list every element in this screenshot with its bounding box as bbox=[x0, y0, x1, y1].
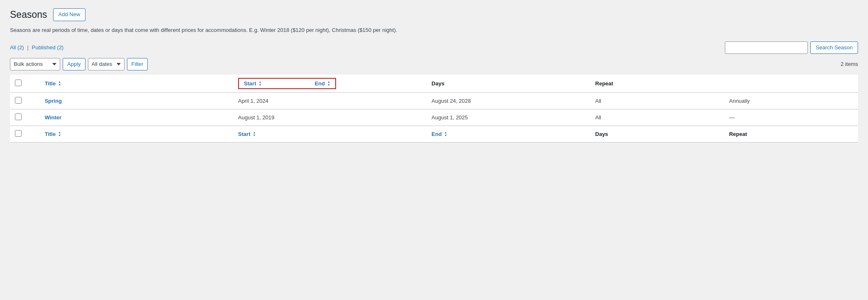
bulk-actions-select[interactable]: Bulk actions Edit Move to Trash bbox=[10, 58, 60, 70]
filter-button[interactable]: Filter bbox=[127, 58, 148, 70]
actions-bar: Bulk actions Edit Move to Trash Apply Al… bbox=[10, 58, 858, 70]
sort-up-start-footer: ▲ bbox=[253, 131, 256, 134]
row-checkbox-1[interactable] bbox=[15, 97, 22, 104]
sort-up-title-footer: ▲ bbox=[58, 131, 61, 134]
row-title-cell-2: Winter bbox=[40, 109, 233, 126]
th-start-label: Start bbox=[244, 80, 256, 87]
sort-start[interactable]: Start ▲ ▼ bbox=[244, 80, 262, 87]
th-start: Start ▲ ▼ End ▲ bbox=[233, 75, 427, 93]
separator: | bbox=[27, 44, 29, 51]
top-bar: All (2) | Published (2) Search Season bbox=[10, 41, 858, 54]
row-title-link-2[interactable]: Winter bbox=[45, 114, 61, 121]
page-title: Seasons bbox=[10, 9, 47, 20]
sort-down-end-footer: ▼ bbox=[444, 134, 447, 137]
table-wrap: Title ▲ ▼ Start ▲ bbox=[10, 75, 858, 143]
sort-up-end: ▲ bbox=[327, 80, 330, 83]
select-all-footer[interactable] bbox=[10, 126, 40, 142]
row-end-cell-1: August 24, 2028 bbox=[427, 92, 590, 109]
sort-arrows-end-footer: ▲ ▼ bbox=[444, 131, 447, 137]
sort-end-footer[interactable]: End ▲ ▼ bbox=[432, 131, 447, 137]
actions-left: Bulk actions Edit Move to Trash Apply Al… bbox=[10, 58, 148, 70]
sort-up-start: ▲ bbox=[258, 80, 261, 83]
th-repeat: Repeat bbox=[590, 75, 724, 93]
row-checkbox-cell bbox=[10, 92, 40, 109]
table-foot-row: Title ▲ ▼ Start ▲ ▼ bbox=[10, 126, 858, 142]
tfoot-days-label: Days bbox=[595, 131, 608, 137]
page-description: Seasons are real periods of time, dates … bbox=[10, 26, 858, 35]
row-repeat-cell-1: Annually bbox=[724, 92, 858, 109]
tfoot-days: Days bbox=[590, 126, 724, 142]
add-new-button[interactable]: Add New bbox=[53, 8, 86, 21]
sort-down-start-footer: ▼ bbox=[253, 134, 256, 137]
tfoot-start: Start ▲ ▼ bbox=[233, 126, 427, 142]
row-days-cell-1: All bbox=[590, 92, 724, 109]
row-checkbox-cell bbox=[10, 109, 40, 126]
page-header: Seasons Add New bbox=[10, 8, 858, 21]
sort-start-footer[interactable]: Start ▲ ▼ bbox=[238, 131, 256, 137]
tfoot-title: Title ▲ ▼ bbox=[40, 126, 233, 142]
status-link-all[interactable]: All (2) bbox=[10, 44, 24, 51]
select-all-footer-checkbox[interactable] bbox=[15, 130, 22, 137]
th-days-label: Days bbox=[432, 80, 444, 87]
seasons-table: Title ▲ ▼ Start ▲ bbox=[10, 75, 858, 143]
table-head: Title ▲ ▼ Start ▲ bbox=[10, 75, 858, 93]
sort-up-title: ▲ bbox=[58, 80, 61, 83]
sort-arrows-title-footer: ▲ ▼ bbox=[58, 131, 61, 137]
th-days: Days bbox=[427, 75, 590, 93]
th-title-label: Title bbox=[45, 80, 56, 87]
table-foot: Title ▲ ▼ Start ▲ ▼ bbox=[10, 126, 858, 142]
sort-arrows-title: ▲ ▼ bbox=[58, 80, 61, 86]
tfoot-repeat: Repeat bbox=[724, 126, 858, 142]
th-end-label: End bbox=[315, 80, 325, 87]
sort-title-footer[interactable]: Title ▲ ▼ bbox=[45, 131, 61, 137]
table-head-row: Title ▲ ▼ Start ▲ bbox=[10, 75, 858, 93]
sort-down-title: ▼ bbox=[58, 83, 61, 86]
sort-arrows-start: ▲ ▼ bbox=[258, 80, 261, 86]
table-row: Spring April 1, 2024 August 24, 2028 All… bbox=[10, 92, 858, 109]
table-row: Winter August 1, 2019 August 1, 2025 All… bbox=[10, 109, 858, 126]
select-all-header[interactable] bbox=[10, 75, 40, 93]
tfoot-title-label: Title bbox=[45, 131, 56, 137]
dates-filter-select[interactable]: All dates bbox=[88, 58, 124, 70]
th-title: Title ▲ ▼ bbox=[40, 75, 233, 93]
select-all-checkbox[interactable] bbox=[15, 80, 22, 86]
sort-title[interactable]: Title ▲ ▼ bbox=[45, 80, 61, 87]
th-repeat-label: Repeat bbox=[595, 80, 613, 87]
sort-down-end: ▼ bbox=[327, 83, 330, 86]
table-body: Spring April 1, 2024 August 24, 2028 All… bbox=[10, 92, 858, 126]
sort-down-title-footer: ▼ bbox=[58, 134, 61, 137]
sort-down-start: ▼ bbox=[258, 83, 261, 86]
tfoot-end: End ▲ ▼ bbox=[427, 126, 590, 142]
sort-end[interactable]: End ▲ ▼ bbox=[315, 80, 330, 87]
sort-arrows-start-footer: ▲ ▼ bbox=[253, 131, 256, 137]
status-link-published[interactable]: Published (2) bbox=[32, 44, 64, 51]
row-title-link-1[interactable]: Spring bbox=[45, 98, 62, 104]
row-end-cell-2: August 1, 2025 bbox=[427, 109, 590, 126]
tfoot-repeat-label: Repeat bbox=[729, 131, 747, 137]
apply-button[interactable]: Apply bbox=[63, 58, 85, 70]
search-area: Search Season bbox=[725, 41, 858, 54]
row-title-cell-1: Spring bbox=[40, 92, 233, 109]
row-start-cell-1: April 1, 2024 bbox=[233, 92, 427, 109]
items-count: 2 items bbox=[841, 61, 858, 67]
tfoot-start-label: Start bbox=[238, 131, 251, 137]
row-repeat-cell-2: — bbox=[724, 109, 858, 126]
tfoot-end-label: End bbox=[432, 131, 442, 137]
search-input[interactable] bbox=[725, 41, 808, 54]
row-start-cell-2: August 1, 2019 bbox=[233, 109, 427, 126]
search-season-button[interactable]: Search Season bbox=[810, 41, 858, 54]
status-links: All (2) | Published (2) bbox=[10, 44, 63, 51]
row-checkbox-2[interactable] bbox=[15, 114, 22, 120]
sort-arrows-end: ▲ ▼ bbox=[327, 80, 330, 86]
sort-up-end-footer: ▲ bbox=[444, 131, 447, 134]
row-days-cell-2: All bbox=[590, 109, 724, 126]
